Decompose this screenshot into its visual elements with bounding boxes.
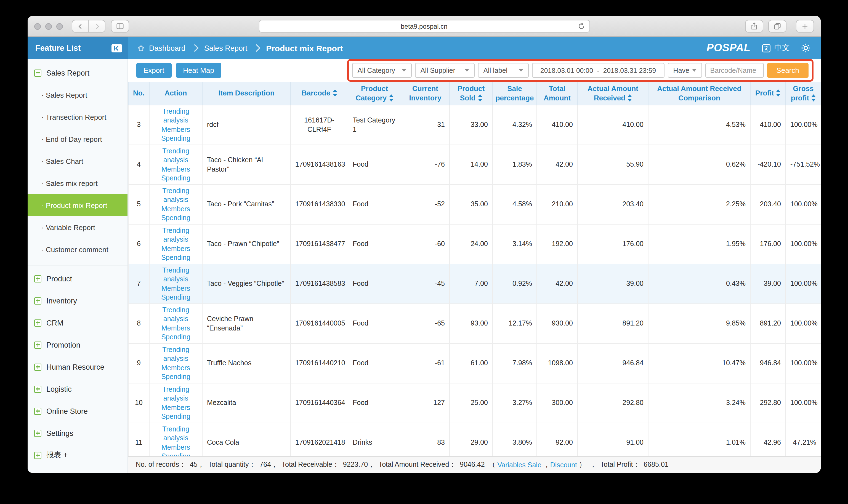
members-spending-link[interactable]: Members Spending [154,403,198,421]
sidebar-item[interactable]: · Transection Report [28,106,127,128]
sort-icon[interactable] [333,90,337,97]
cell-sale-percentage: 4.32% [493,105,537,145]
new-tab-button[interactable] [796,20,814,33]
browser-window: beta9.pospal.cn Feature List [28,16,821,473]
breadcrumb-sales-report[interactable]: Sales Report [204,44,247,52]
feature-list-header: Feature List [28,37,128,59]
column-header[interactable]: Total Amount [537,82,578,105]
sidebar-collapse-button[interactable] [111,44,122,52]
sort-icon[interactable] [628,94,632,101]
have-filter-dropdown[interactable]: Have [668,63,702,78]
cell-gross-profit: 100.00% [785,264,821,304]
cell-actual-amount-received: 91.00 [578,423,648,456]
zoom-button[interactable] [56,23,63,30]
column-header[interactable]: Sale percentage [493,82,537,105]
variables-sale-link[interactable]: Variables Sale [497,461,541,469]
cell-barcode: 1709161440210 [290,343,348,383]
cell-product-category: Food [348,224,401,264]
members-spending-link[interactable]: Members Spending [154,363,198,381]
cell-action: Trending analysis Members Spending [149,383,202,423]
sort-icon[interactable] [478,94,482,101]
export-button[interactable]: Export [136,63,171,78]
cell-total-amount: 300.00 [537,383,578,423]
cell-sale-percentage: 3.80% [493,423,537,456]
summary-text-after: ） ， Total Profit： 6685.01 [577,460,669,469]
column-header[interactable]: Actual Amount Received [578,82,648,105]
back-button[interactable] [72,20,88,32]
discount-link[interactable]: Discount [550,461,577,469]
minimize-button[interactable] [45,23,52,30]
trending-analysis-link[interactable]: Trending analysis [154,186,198,204]
members-spending-link[interactable]: Members Spending [154,284,198,302]
sidebar-item[interactable]: · Product mix Report [28,194,127,216]
trending-analysis-link[interactable]: Trending analysis [154,147,198,165]
column-header[interactable]: Item Description [202,82,290,105]
trending-analysis-link[interactable]: Trending analysis [154,425,198,443]
cell-gross-profit: 100.00% [785,383,821,423]
cell-actual-amount-received: 55.90 [578,145,648,184]
date-range-field[interactable]: 2018.03.01 00:00 - 2018.03.31 23:59 [532,63,665,78]
refresh-button[interactable] [577,22,585,32]
sidebar-item[interactable]: · Sales Report [28,84,127,106]
trending-analysis-link[interactable]: Trending analysis [154,345,198,363]
share-button[interactable] [745,20,763,33]
barcode-name-input[interactable] [705,63,764,78]
members-spending-link[interactable]: Members Spending [154,324,198,342]
members-spending-link[interactable]: Members Spending [154,443,198,456]
close-button[interactable] [34,23,41,30]
members-spending-link[interactable]: Members Spending [154,244,198,262]
sidebar-section[interactable]: Online Store [28,400,127,422]
column-header[interactable]: Gross profit [785,82,821,105]
label-filter-dropdown[interactable]: All label [478,63,529,78]
sidebar-section[interactable]: Settings [28,422,127,444]
column-header[interactable]: Barcode [290,82,348,105]
search-button[interactable]: Search [767,63,809,78]
settings-gear-button[interactable] [801,43,811,53]
sidebar-section[interactable]: Promotion [28,334,127,356]
sidebar-toggle-button[interactable] [111,20,129,33]
sidebar-item[interactable]: · Sales mix report [28,172,127,194]
category-filter-dropdown[interactable]: All Category [352,63,412,78]
column-header[interactable]: Actual Amount Received Comparison [648,82,750,105]
address-bar[interactable]: beta9.pospal.cn [259,20,590,33]
members-spending-link[interactable]: Members Spending [154,165,198,183]
trending-analysis-link[interactable]: Trending analysis [154,385,198,403]
sort-icon[interactable] [811,94,816,101]
sidebar-section-label: Settings [46,429,73,437]
column-header[interactable]: Product Sold [449,82,493,105]
sidebar-item[interactable]: · Sales Chart [28,150,127,172]
sort-icon[interactable] [776,90,781,97]
breadcrumb-dashboard[interactable]: Dashboard [137,44,186,52]
cell-total-amount: 210.00 [537,184,578,224]
share-icon [750,22,758,30]
members-spending-link[interactable]: Members Spending [154,125,198,143]
supplier-filter-dropdown[interactable]: All Supplier [415,63,475,78]
sidebar-section[interactable]: CRM [28,312,127,334]
trending-analysis-link[interactable]: Trending analysis [154,226,198,244]
sidebar-section[interactable]: 报表 + [28,444,127,466]
sidebar-section[interactable]: Product [28,268,127,290]
members-spending-link[interactable]: Members Spending [154,204,198,222]
language-switcher[interactable]: 中文 [762,43,790,53]
sort-icon[interactable] [389,94,393,101]
sidebar-item[interactable]: · End of Day report [28,128,127,150]
forward-button[interactable] [88,20,105,32]
column-header[interactable]: Profit [750,82,785,105]
tab-overview-button[interactable] [768,20,787,33]
column-header[interactable]: No. [128,82,149,105]
trending-analysis-link[interactable]: Trending analysis [154,107,198,125]
sidebar-item[interactable]: · Customer comment [28,238,127,260]
sidebar-item[interactable]: · Variable Report [28,216,127,238]
column-header[interactable]: Current Inventory [401,82,449,105]
cell-product-sold: 61.00 [449,343,493,383]
trending-analysis-link[interactable]: Trending analysis [154,306,198,324]
sidebar-section[interactable]: Logistic [28,378,127,400]
column-header[interactable]: Product Category [348,82,401,105]
sidebar-section[interactable]: Inventory [28,290,127,312]
trending-analysis-link[interactable]: Trending analysis [154,266,198,284]
heat-map-button[interactable]: Heat Map [176,63,221,78]
new-tab-icon [801,23,809,30]
sidebar-section-sales-report[interactable]: Sales Report [28,62,127,84]
column-header[interactable]: Action [149,82,202,105]
sidebar-section[interactable]: Human Resource [28,356,127,378]
